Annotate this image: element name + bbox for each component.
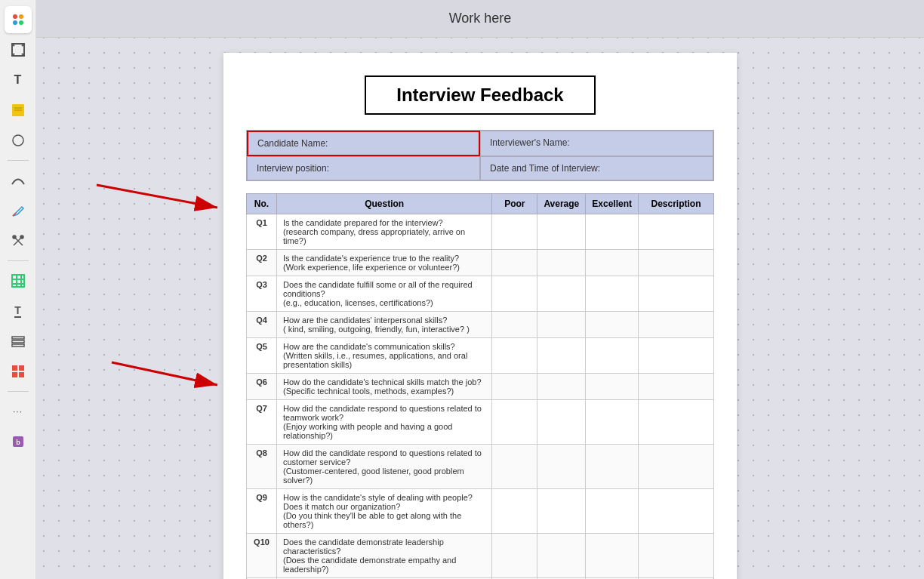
table-row: Q2Is the candidate's experience true to …: [247, 250, 714, 276]
grid-icon[interactable]: [5, 358, 32, 385]
row-average[interactable]: [537, 489, 586, 534]
row-question: How are the candidate's communication sk…: [277, 338, 492, 374]
candidate-name-label: Candidate Name:: [257, 138, 328, 149]
row-number: Q10: [247, 534, 277, 578]
row-description[interactable]: [639, 338, 714, 374]
document-title: Interview Feedback: [396, 85, 563, 105]
table-row: Q10Does the candidate demonstrate leader…: [247, 534, 714, 578]
row-description[interactable]: [639, 534, 714, 578]
text3-icon[interactable]: T: [5, 297, 32, 325]
sidebar-divider-2: [8, 260, 29, 261]
row-poor[interactable]: [492, 445, 537, 489]
table-row: Q8How did the candidate respond to quest…: [247, 445, 714, 489]
row-average[interactable]: [537, 312, 586, 338]
sidebar-divider-1: [8, 160, 29, 161]
row-question: Is the candidate prepared for the interv…: [277, 214, 492, 250]
date-time-cell[interactable]: Date and Time of Interview:: [480, 156, 713, 180]
shape-icon[interactable]: [5, 127, 32, 154]
row-average[interactable]: [537, 276, 586, 312]
row-excellent[interactable]: [586, 445, 639, 489]
sticky-icon[interactable]: [5, 97, 32, 124]
row-excellent[interactable]: [586, 214, 639, 250]
col-header-question: Question: [277, 194, 492, 214]
table-row: Q9How is the candidate's style of dealin…: [247, 489, 714, 534]
table-row: Q1Is the candidate prepared for the inte…: [247, 214, 714, 250]
row-poor[interactable]: [492, 374, 537, 400]
svg-point-1: [19, 14, 23, 19]
row-excellent[interactable]: [586, 400, 639, 445]
table-row: Q3Does the candidate fulfill some or all…: [247, 276, 714, 312]
interview-position-cell[interactable]: Interview position:: [247, 156, 480, 180]
row-question: Is the candidate's experience true to th…: [277, 250, 492, 276]
row-excellent[interactable]: [586, 489, 639, 534]
svg-point-12: [13, 135, 23, 146]
row-description[interactable]: [639, 445, 714, 489]
row-average[interactable]: [537, 214, 586, 250]
table-row: Q4How are the candidates' interpersonal …: [247, 312, 714, 338]
row-number: Q4: [247, 312, 277, 338]
document: Interview Feedback Candidate Name: Inter…: [223, 53, 737, 579]
row-number: Q1: [247, 214, 277, 250]
row-description[interactable]: [639, 489, 714, 534]
row-question: How are the candidates' interpersonal sk…: [277, 312, 492, 338]
row-description[interactable]: [639, 400, 714, 445]
candidate-name-cell[interactable]: Candidate Name:: [247, 131, 480, 156]
row-number: Q6: [247, 374, 277, 400]
row-number: Q2: [247, 250, 277, 276]
row-excellent[interactable]: [586, 312, 639, 338]
plugin-icon[interactable]: b: [5, 428, 32, 455]
svg-rect-28: [19, 372, 24, 377]
curve-icon[interactable]: [5, 167, 32, 194]
row-question: Does the candidate demonstrate leadershi…: [277, 534, 492, 578]
row-question: How do the candidate's technical skills …: [277, 374, 492, 400]
row-average[interactable]: [537, 338, 586, 374]
row-poor[interactable]: [492, 214, 537, 250]
row-poor[interactable]: [492, 338, 537, 374]
row-description[interactable]: [639, 276, 714, 312]
row-excellent[interactable]: [586, 338, 639, 374]
row-question: How did the candidate respond to questio…: [277, 400, 492, 445]
palette-icon[interactable]: [5, 6, 32, 33]
svg-line-33: [97, 185, 217, 208]
svg-line-34: [112, 362, 217, 385]
pen-icon[interactable]: [5, 197, 32, 224]
col-header-description: Description: [639, 194, 714, 214]
row-poor[interactable]: [492, 250, 537, 276]
main-area: Work here Interview Fee: [36, 0, 924, 579]
svg-rect-23: [12, 340, 24, 343]
sidebar: T: [0, 0, 36, 579]
col-header-no: No.: [247, 194, 277, 214]
svg-rect-26: [19, 365, 24, 371]
row-description[interactable]: [639, 374, 714, 400]
text-icon[interactable]: T: [5, 66, 32, 94]
row-excellent[interactable]: [586, 534, 639, 578]
row-excellent[interactable]: [586, 250, 639, 276]
row-number: Q9: [247, 489, 277, 534]
row-excellent[interactable]: [586, 374, 639, 400]
canvas-area[interactable]: Interview Feedback Candidate Name: Inter…: [36, 38, 924, 579]
row-description[interactable]: [639, 214, 714, 250]
table-icon[interactable]: [5, 267, 32, 294]
row-average[interactable]: [537, 400, 586, 445]
row-poor[interactable]: [492, 312, 537, 338]
svg-rect-24: [12, 344, 24, 346]
col-header-excellent: Excellent: [586, 194, 639, 214]
more-icon[interactable]: ···: [5, 398, 32, 425]
row-poor[interactable]: [492, 400, 537, 445]
row-poor[interactable]: [492, 489, 537, 534]
workspace-title: Work here: [449, 11, 512, 26]
row-description[interactable]: [639, 312, 714, 338]
row-average[interactable]: [537, 250, 586, 276]
frame-icon[interactable]: [5, 36, 32, 63]
row-excellent[interactable]: [586, 276, 639, 312]
row-average[interactable]: [537, 374, 586, 400]
list-icon[interactable]: [5, 328, 32, 355]
row-poor[interactable]: [492, 276, 537, 312]
row-average[interactable]: [537, 534, 586, 578]
interviewer-name-cell[interactable]: Interviewer's Name:: [480, 131, 713, 156]
row-poor[interactable]: [492, 534, 537, 578]
scissors-icon[interactable]: [5, 227, 32, 254]
svg-point-2: [13, 20, 17, 25]
row-description[interactable]: [639, 250, 714, 276]
row-average[interactable]: [537, 445, 586, 489]
